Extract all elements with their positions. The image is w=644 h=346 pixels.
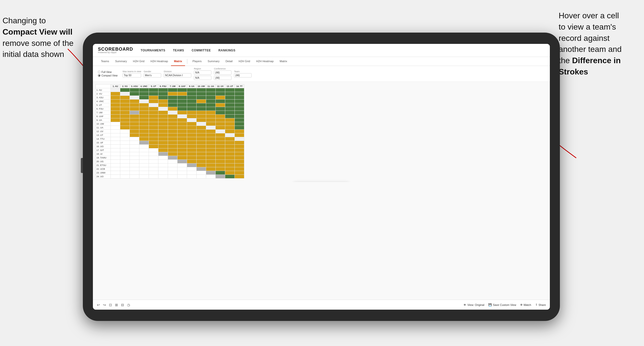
cell-r1-c6[interactable]	[158, 88, 168, 92]
cell-r18-c10[interactable]	[197, 152, 206, 156]
cell-r19-c13[interactable]	[225, 156, 235, 160]
tab-players-matrix[interactable]: Matrix	[277, 57, 290, 66]
cell-r20-c13[interactable]	[225, 160, 235, 163]
cell-r17-c4[interactable]	[139, 148, 149, 152]
full-view-option[interactable]: Full View	[98, 71, 118, 73]
cell-r17-c8[interactable]	[178, 148, 187, 152]
cell-r20-c2[interactable]	[120, 160, 130, 163]
cell-r24-c13[interactable]	[225, 175, 235, 179]
cell-r13-c1[interactable]	[111, 133, 120, 137]
cell-r7-c14[interactable]	[235, 111, 244, 115]
cell-r18-c5[interactable]	[149, 152, 158, 156]
cell-r8-c5[interactable]	[149, 115, 158, 118]
cell-r9-c8[interactable]	[178, 118, 187, 122]
cell-r18-c11[interactable]	[206, 152, 216, 156]
cell-r19-c7[interactable]	[168, 156, 178, 160]
cell-r17-c12[interactable]	[216, 148, 225, 152]
cell-r5-c1[interactable]	[111, 103, 120, 107]
cell-r17-c13[interactable]	[225, 148, 235, 152]
cell-r11-c6[interactable]	[158, 126, 168, 130]
cell-r14-c10[interactable]	[197, 137, 206, 141]
conference-select1[interactable]: (All)	[214, 70, 231, 75]
full-view-radio[interactable]	[98, 71, 100, 73]
cell-r16-c8[interactable]	[178, 145, 187, 148]
cell-r24-c6[interactable]	[158, 175, 168, 179]
cell-r17-c5[interactable]	[149, 148, 158, 152]
cell-r19-c14[interactable]	[235, 156, 244, 160]
cell-r1-c13[interactable]	[225, 88, 235, 92]
cell-r23-c11[interactable]	[206, 171, 216, 175]
tab-h2h-heatmap[interactable]: H2H Heatmap	[147, 57, 171, 66]
cell-r22-c3[interactable]	[130, 167, 139, 171]
cell-r1-c12[interactable]	[216, 88, 225, 92]
cell-r23-c2[interactable]	[120, 171, 130, 175]
cell-r14-c4[interactable]	[139, 137, 149, 141]
cell-r11-c11[interactable]	[206, 126, 216, 130]
cell-r13-c5[interactable]	[149, 133, 158, 137]
cell-r2-c13[interactable]	[225, 92, 235, 96]
cell-r2-c4[interactable]	[139, 92, 149, 96]
cell-r18-c6[interactable]	[158, 152, 168, 156]
cell-r1-c9[interactable]	[187, 88, 197, 92]
cell-r16-c11[interactable]	[206, 145, 216, 148]
cell-r7-c6[interactable]	[158, 111, 168, 115]
cell-r10-c7[interactable]	[168, 122, 178, 126]
cell-r19-c3[interactable]	[130, 156, 139, 160]
cell-r15-c4[interactable]	[139, 141, 149, 145]
cell-r6-c11[interactable]	[206, 107, 216, 111]
cell-r18-c7[interactable]	[168, 152, 178, 156]
cell-r7-c3[interactable]	[130, 111, 139, 115]
cell-r8-c4[interactable]	[139, 115, 149, 118]
cell-r23-c13[interactable]	[225, 171, 235, 175]
cell-r22-c11[interactable]	[206, 167, 216, 171]
cell-r13-c10[interactable]	[197, 133, 206, 137]
cell-r12-c12[interactable]	[216, 130, 225, 133]
cell-r7-c1[interactable]	[111, 111, 120, 115]
region-select[interactable]: N/A	[194, 70, 211, 75]
cell-r13-c12[interactable]	[216, 133, 225, 137]
cell-r18-c4[interactable]	[139, 152, 149, 156]
cell-r5-c4[interactable]	[139, 103, 149, 107]
cell-r5-c14[interactable]	[235, 103, 244, 107]
cell-r16-c5[interactable]	[149, 145, 158, 148]
cell-r12-c2[interactable]	[120, 130, 130, 133]
cell-r5-c13[interactable]	[225, 103, 235, 107]
cell-r2-c8[interactable]	[178, 92, 187, 96]
cell-r19-c11[interactable]	[206, 156, 216, 160]
cell-r16-c10[interactable]	[197, 145, 206, 148]
cell-r23-c7[interactable]	[168, 171, 178, 175]
cell-r8-c13[interactable]	[225, 115, 235, 118]
cell-r13-c6[interactable]	[158, 133, 168, 137]
cell-r7-c8[interactable]	[178, 111, 187, 115]
cell-r18-c14[interactable]	[235, 152, 244, 156]
cell-r19-c10[interactable]	[197, 156, 206, 160]
cell-r15-c12[interactable]	[216, 141, 225, 145]
cell-r13-c3[interactable]	[130, 133, 139, 137]
cell-r11-c2[interactable]	[120, 126, 130, 130]
cell-r19-c8[interactable]	[178, 156, 187, 160]
cell-r16-c3[interactable]	[130, 145, 139, 148]
cell-r17-c9[interactable]	[187, 148, 197, 152]
cell-r17-c3[interactable]	[130, 148, 139, 152]
cell-r22-c9[interactable]	[187, 167, 197, 171]
cell-r17-c6[interactable]	[158, 148, 168, 152]
cell-r23-c5[interactable]	[149, 171, 158, 175]
cell-r21-c14[interactable]	[235, 163, 244, 167]
cell-r3-c5[interactable]	[149, 96, 158, 100]
cell-r16-c1[interactable]	[111, 145, 120, 148]
cell-r15-c11[interactable]	[206, 141, 216, 145]
cell-r12-c7[interactable]	[168, 130, 178, 133]
cell-r20-c14[interactable]	[235, 160, 244, 163]
cell-r6-c10[interactable]	[197, 107, 206, 111]
cell-r18-c1[interactable]	[111, 152, 120, 156]
cell-r9-c6[interactable]	[158, 118, 168, 122]
cell-r18-c2[interactable]	[120, 152, 130, 156]
cell-r11-c1[interactable]	[111, 126, 120, 130]
cell-r22-c1[interactable]	[111, 167, 120, 171]
view-original-btn[interactable]: 👁 View: Original	[463, 303, 484, 306]
cell-r3-c6[interactable]	[158, 96, 168, 100]
cell-r2-c10[interactable]	[197, 92, 206, 96]
cell-r4-c10[interactable]	[197, 100, 206, 103]
compact-view-option[interactable]: Compact View	[98, 74, 118, 77]
cell-r15-c2[interactable]	[120, 141, 130, 145]
